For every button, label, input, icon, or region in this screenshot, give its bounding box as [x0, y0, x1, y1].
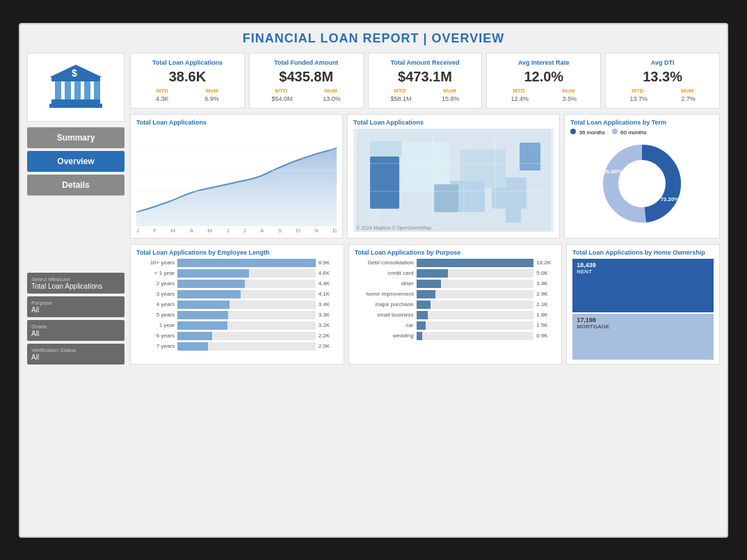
kpi-funded-amount: Total Funded Amount $435.8M MTD MoM $54.…	[249, 53, 364, 109]
kpi-2-value: $435.8M	[257, 69, 356, 85]
page-title: FINANCIAL LOAN REPORT | OVERVIEW	[27, 31, 720, 46]
filter-purpose[interactable]: Purpose All	[27, 296, 124, 317]
donut-legend: 36 months 60 months	[570, 129, 714, 136]
details-button[interactable]: Details	[27, 175, 124, 195]
bank-logo: $	[48, 63, 104, 111]
purpose-bar-container	[417, 290, 534, 298]
bar-fill	[177, 269, 249, 278]
legend-60mo: 60 months	[612, 129, 647, 136]
purpose-label: home improvement	[355, 291, 414, 297]
kpi-2-mtd-value: $54.0M	[272, 95, 293, 102]
svg-rect-22	[370, 141, 401, 157]
rent-label: RENT	[577, 269, 592, 275]
kpi-2-mom-label: MoM	[325, 88, 337, 94]
kpi-4-mtd-label: MTD	[513, 88, 524, 94]
employee-length-title: Total Loan Applications by Employee Leng…	[136, 249, 338, 256]
filter-section: Select Measure Total Loan Applications P…	[27, 273, 124, 365]
logo-area: $	[27, 53, 124, 122]
kpi-5-title: Avg DTI	[613, 59, 712, 66]
filter-grade-value: All	[31, 330, 120, 337]
bottom-row: Total Loan Applications by Employee Leng…	[130, 244, 720, 365]
donut-title: Total Loan Applications by Term	[570, 119, 714, 126]
kpi-interest-rate: Avg Interest Rate 12.0% MTD MoM 12.4% 3.…	[486, 53, 601, 109]
mortgage-value: 17,198	[577, 317, 596, 323]
purpose-bar-fill	[417, 290, 435, 298]
filter-verification-value: All	[31, 353, 120, 361]
purpose-label: small business	[355, 312, 414, 318]
bar-value: 2.2K	[319, 333, 338, 339]
svg-rect-1	[51, 99, 100, 104]
kpi-3-title: Total Amount Received	[376, 59, 475, 66]
purpose-title: Total Loan Applications by Purpose	[355, 249, 556, 256]
svg-rect-15	[520, 143, 540, 170]
employee-bar-row: 6 years 2.2K	[136, 332, 338, 340]
purpose-bar-row: Debt consolidation 18.2K	[355, 259, 556, 267]
bar-value: 2.0K	[319, 343, 338, 349]
filter-purpose-label: Purpose	[31, 300, 120, 306]
employee-bar-row: 10+ years 8.9K	[136, 259, 338, 267]
kpi-3-value: $473.1M	[376, 69, 475, 85]
purpose-label: car	[355, 322, 414, 328]
filter-grade[interactable]: Grade All	[27, 320, 124, 341]
ownership-card: Total Loan Applications by Home Ownershi…	[566, 244, 720, 365]
map-area: © 2024 Mapbox © OpenStreetMap	[353, 129, 554, 232]
overview-button[interactable]: Overview	[27, 151, 124, 172]
bar-container	[177, 290, 316, 298]
bar-label: < 1 year	[136, 270, 175, 276]
purpose-label: major purchase	[355, 301, 414, 307]
bar-container	[177, 342, 316, 351]
purpose-bar-value: 18.2K	[536, 259, 556, 266]
kpi-1-value: 38.6K	[138, 69, 237, 85]
purpose-bar-container	[417, 332, 534, 340]
bar-value: 3.3K	[319, 312, 338, 318]
title-highlight: OVERVIEW	[432, 31, 505, 45]
purpose-bar-row: wedding 0.9K	[355, 332, 556, 340]
employee-bar-row: < 1 year 4.6K	[136, 269, 338, 278]
kpi-1-title: Total Loan Applications	[138, 59, 237, 66]
filter-measure[interactable]: Select Measure Total Loan Applications	[27, 273, 124, 294]
kpi-4-title: Avg Interest Rate	[494, 59, 593, 66]
employee-bar-row: 5 years 3.3K	[136, 311, 338, 319]
purpose-bar-container	[417, 280, 534, 288]
bar-label: 2 years	[136, 280, 175, 287]
filter-measure-label: Select Measure	[31, 276, 120, 282]
kpi-dti: Avg DTI 13.3% MTD MoM 13.7% 2.7%	[605, 53, 720, 109]
bar-value: 3.4K	[319, 301, 338, 307]
employee-bars: 10+ years 8.9K < 1 year 4.6K 2 years 4.4…	[136, 259, 338, 351]
svg-text:$: $	[72, 67, 77, 79]
purpose-bar-container	[417, 311, 534, 319]
kpi-5-mom-value: 2.7%	[681, 95, 696, 102]
kpi-amount-received: Total Amount Received $473.1M MTD MoM $5…	[368, 53, 483, 109]
purpose-bar-fill	[417, 301, 431, 309]
legend-36-dot	[570, 129, 576, 134]
bar-label: 3 years	[136, 291, 175, 297]
bar-value: 8.9K	[319, 259, 338, 266]
purpose-bar-container	[417, 269, 534, 278]
line-chart-area	[136, 129, 337, 226]
bar-value: 4.4K	[319, 280, 338, 287]
month-labels: JFMAMJJASOND	[136, 227, 337, 234]
kpi-5-mtd-label: MTD	[632, 88, 643, 94]
svg-rect-5	[84, 81, 90, 99]
kpi-2-mtd-label: MTD	[275, 88, 287, 94]
legend-36mo: 36 months	[570, 129, 605, 136]
purpose-bar-value: 1.5K	[536, 322, 556, 328]
kpi-2-title: Total Funded Amount	[257, 59, 356, 66]
purpose-label: credit card	[355, 270, 414, 276]
filter-verification-label: Verification Status	[31, 347, 120, 353]
purpose-bar-value: 3.8K	[536, 280, 556, 287]
nav-buttons: Summary Overview Details	[27, 127, 124, 195]
purpose-bar-fill	[417, 311, 428, 319]
purpose-bar-fill	[417, 269, 449, 278]
purpose-bars: Debt consolidation 18.2K credit card 5.0…	[355, 259, 556, 340]
employee-bar-row: 4 years 3.4K	[136, 301, 338, 309]
bar-fill	[177, 301, 230, 309]
summary-button[interactable]: Summary	[27, 127, 124, 148]
filter-verification[interactable]: Verification Status All	[27, 344, 124, 365]
kpi-3-mom-value: 15.8%	[442, 95, 460, 102]
sidebar: $ Summary Overview Details Select Measur…	[27, 53, 124, 365]
bar-container	[177, 269, 316, 278]
map-credit: © 2024 Mapbox © OpenStreetMap	[356, 225, 431, 230]
purpose-bar-container	[417, 301, 534, 309]
purpose-bar-value: 0.9K	[536, 333, 556, 339]
